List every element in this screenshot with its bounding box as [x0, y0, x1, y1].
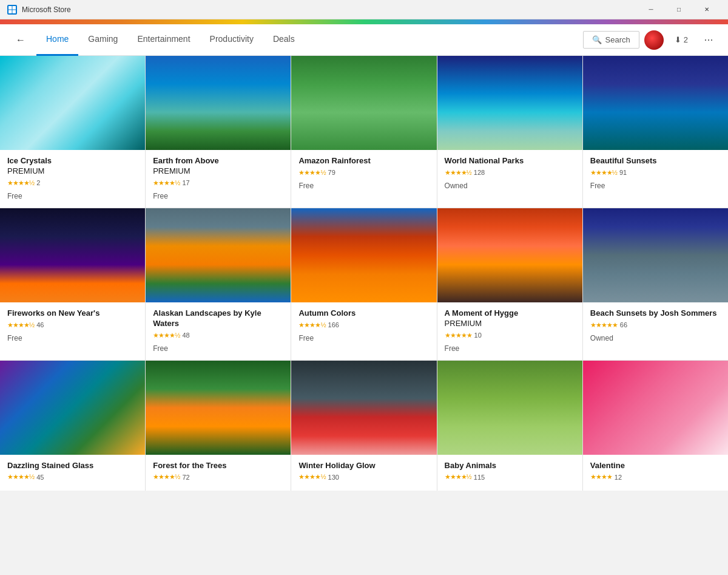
item-title-world-national-parks: World National Parks [445, 156, 575, 166]
grid-item-forest-for-the-trees[interactable]: Forest for the Trees ★★★★½ 72 [146, 361, 291, 491]
item-price-beautiful-sunsets: Free [590, 182, 721, 190]
item-title-beach-sunsets: Beach Sunsets by Josh Sommers [590, 308, 721, 319]
close-button[interactable]: ✕ [693, 0, 721, 19]
item-price-earth-from-above: Free [153, 192, 283, 200]
rating-count-earth-from-above: 17 [182, 179, 189, 186]
item-price-ice-crystals: Free [7, 192, 138, 200]
main-content: Ice CrystalsPREMIUM ★★★★½ 2 Free Earth f… [0, 56, 728, 575]
tab-home[interactable]: Home [36, 24, 78, 56]
item-image-baby-animals [437, 361, 582, 455]
search-button[interactable]: 🔍 Search [583, 31, 639, 49]
grid-item-earth-from-above[interactable]: Earth from AbovePREMIUM ★★★★½ 17 Free [146, 56, 291, 208]
rating-count-world-national-parks: 128 [474, 169, 485, 176]
rating-count-alaskan-landscapes: 48 [182, 332, 189, 339]
stars-dazzling-stained-glass: ★★★★½ [7, 473, 34, 481]
item-image-world-national-parks [437, 56, 582, 150]
download-button[interactable]: ⬇ 2 [669, 33, 694, 47]
back-button[interactable]: ← [10, 29, 32, 51]
rating-count-beautiful-sunsets: 91 [619, 169, 627, 176]
rating-count-winter-holiday-glow: 130 [328, 474, 339, 481]
item-rating-dazzling-stained-glass: ★★★★½ 45 [7, 473, 138, 481]
item-info-ice-crystals: Ice CrystalsPREMIUM ★★★★½ 2 Free [0, 150, 145, 208]
item-title-forest-for-the-trees: Forest for the Trees [153, 461, 283, 471]
grid-item-autumn-colors[interactable]: Autumn Colors ★★★★½ 166 Free [291, 208, 436, 360]
avatar[interactable] [644, 30, 664, 50]
stars-forest-for-the-trees: ★★★★½ [153, 473, 180, 481]
item-title-moment-of-hygge: A Moment of HyggePREMIUM [445, 308, 575, 329]
item-image-forest-for-the-trees [146, 361, 291, 455]
rating-count-valentine: 12 [615, 474, 622, 481]
item-price-moment-of-hygge: Free [445, 344, 575, 353]
item-rating-moment-of-hygge: ★★★★★ 10 [445, 332, 575, 339]
item-title-alaskan-landscapes: Alaskan Landscapes by Kyle Waters [153, 308, 283, 329]
rating-count-forest-for-the-trees: 72 [182, 474, 189, 481]
item-image-ice-crystals [0, 56, 145, 150]
item-title-earth-from-above: Earth from AbovePREMIUM [153, 156, 283, 177]
stars-alaskan-landscapes: ★★★★½ [153, 332, 180, 339]
item-title-valentine: Valentine [590, 461, 721, 471]
item-info-fireworks-new-year: Fireworks on New Year's ★★★★½ 46 Free [0, 302, 145, 350]
item-info-amazon-rainforest: Amazon Rainforest ★★★★½ 79 Free [291, 150, 436, 197]
grid-item-alaskan-landscapes[interactable]: Alaskan Landscapes by Kyle Waters ★★★★½ … [146, 208, 291, 360]
stars-beach-sunsets: ★★★★★ [590, 321, 618, 329]
item-info-earth-from-above: Earth from AbovePREMIUM ★★★★½ 17 Free [146, 150, 291, 208]
stars-autumn-colors: ★★★★½ [298, 321, 325, 329]
minimize-button[interactable]: ─ [637, 0, 665, 19]
window-controls: ─ □ ✕ [637, 0, 721, 19]
stars-amazon-rainforest: ★★★★½ [298, 169, 325, 177]
item-rating-amazon-rainforest: ★★★★½ 79 [298, 169, 429, 177]
item-image-fireworks-new-year [0, 208, 145, 302]
search-icon: 🔍 [592, 35, 602, 44]
tab-gaming[interactable]: Gaming [78, 24, 127, 56]
stars-valentine: ★★★★ [590, 473, 612, 481]
svg-rect-2 [8, 10, 12, 13]
rating-count-amazon-rainforest: 79 [328, 169, 335, 176]
item-rating-forest-for-the-trees: ★★★★½ 72 [153, 473, 283, 481]
grid-item-ice-crystals[interactable]: Ice CrystalsPREMIUM ★★★★½ 2 Free [0, 56, 145, 208]
rating-count-dazzling-stained-glass: 45 [36, 474, 44, 481]
tab-productivity[interactable]: Productivity [200, 24, 263, 56]
stars-world-national-parks: ★★★★½ [445, 169, 471, 177]
item-rating-world-national-parks: ★★★★½ 128 [445, 169, 575, 177]
stars-ice-crystals: ★★★★½ [7, 179, 34, 187]
grid-item-winter-holiday-glow[interactable]: Winter Holiday Glow ★★★★½ 130 [291, 361, 436, 491]
tab-deals[interactable]: Deals [263, 24, 305, 56]
grid-item-beautiful-sunsets[interactable]: Beautiful Sunsets ★★★★½ 91 Free [583, 56, 728, 208]
item-image-earth-from-above [146, 56, 291, 150]
tab-entertainment[interactable]: Entertainment [127, 24, 200, 56]
item-image-beach-sunsets [583, 208, 728, 302]
rating-count-autumn-colors: 166 [328, 321, 339, 328]
item-title-ice-crystals: Ice CrystalsPREMIUM [7, 156, 138, 177]
more-button[interactable]: ··· [699, 30, 718, 50]
grid-item-beach-sunsets[interactable]: Beach Sunsets by Josh Sommers ★★★★★ 66 O… [583, 208, 728, 360]
item-info-moment-of-hygge: A Moment of HyggePREMIUM ★★★★★ 10 Free [437, 302, 582, 360]
grid-item-valentine[interactable]: Valentine ★★★★ 12 [583, 361, 728, 491]
nav-right: 🔍 Search ⬇ 2 ··· [583, 30, 718, 50]
item-price-autumn-colors: Free [298, 334, 429, 342]
item-rating-fireworks-new-year: ★★★★½ 46 [7, 321, 138, 329]
item-info-beach-sunsets: Beach Sunsets by Josh Sommers ★★★★★ 66 O… [583, 302, 728, 350]
grid-item-dazzling-stained-glass[interactable]: Dazzling Stained Glass ★★★★½ 45 [0, 361, 145, 491]
stars-winter-holiday-glow: ★★★★½ [298, 473, 325, 481]
maximize-button[interactable]: □ [665, 0, 693, 19]
item-info-autumn-colors: Autumn Colors ★★★★½ 166 Free [291, 302, 436, 350]
grid-item-amazon-rainforest[interactable]: Amazon Rainforest ★★★★½ 79 Free [291, 56, 436, 208]
grid-item-moment-of-hygge[interactable]: A Moment of HyggePREMIUM ★★★★★ 10 Free [437, 208, 582, 360]
download-count: 2 [684, 35, 688, 44]
grid-item-baby-animals[interactable]: Baby Animals ★★★★½ 115 [437, 361, 582, 491]
grid-item-world-national-parks[interactable]: World National Parks ★★★★½ 128 Owned [437, 56, 582, 208]
stars-fireworks-new-year: ★★★★½ [7, 321, 34, 329]
item-price-beach-sunsets: Owned [590, 334, 721, 342]
search-label: Search [605, 35, 630, 44]
download-icon: ⬇ [675, 35, 681, 44]
items-grid: Ice CrystalsPREMIUM ★★★★½ 2 Free Earth f… [0, 56, 728, 491]
item-rating-autumn-colors: ★★★★½ 166 [298, 321, 429, 329]
item-rating-winter-holiday-glow: ★★★★½ 130 [298, 473, 429, 481]
grid-item-fireworks-new-year[interactable]: Fireworks on New Year's ★★★★½ 46 Free [0, 208, 145, 360]
item-image-valentine [583, 361, 728, 455]
item-rating-alaskan-landscapes: ★★★★½ 48 [153, 332, 283, 339]
title-bar: Microsoft Store ─ □ ✕ [0, 0, 728, 19]
nav-tabs: Home Gaming Entertainment Productivity D… [36, 24, 583, 56]
nav-bar: ← Home Gaming Entertainment Productivity… [0, 24, 728, 56]
item-info-world-national-parks: World National Parks ★★★★½ 128 Owned [437, 150, 582, 197]
